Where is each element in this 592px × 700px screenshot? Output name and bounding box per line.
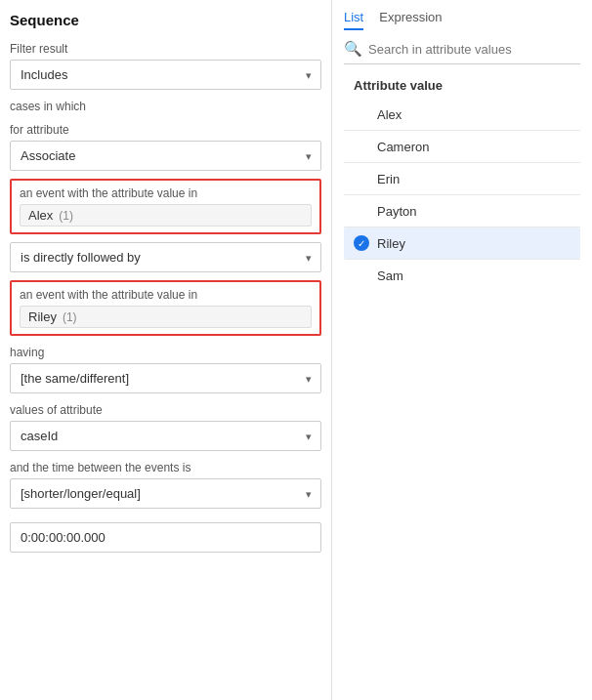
right-panel: List Expression 🔍 Attribute value AlexCa… xyxy=(332,0,592,700)
sequence-title: Sequence xyxy=(10,12,321,28)
cases-in-which-label: cases in which xyxy=(10,100,321,113)
time-between-label: and the time between the events is xyxy=(10,461,321,474)
attr-item-label: Payton xyxy=(377,204,416,219)
attr-item-label: Cameron xyxy=(377,140,429,154)
having-label: having xyxy=(10,346,321,359)
event-box-2-value: Riley xyxy=(28,309,57,324)
event-box-2-count: (1) xyxy=(63,310,77,324)
time-input[interactable] xyxy=(10,522,321,553)
search-icon: 🔍 xyxy=(344,40,362,58)
attr-item-label: Sam xyxy=(377,268,403,283)
attr-item[interactable]: Erin xyxy=(344,163,580,194)
event-box-1: an event with the attribute value in Ale… xyxy=(10,179,321,234)
time-between-select-wrapper: [shorter/longer/equal] ▾ xyxy=(10,478,321,509)
attr-item[interactable]: Payton xyxy=(344,195,580,226)
event-box-2-tag-row: Riley (1) xyxy=(20,306,312,328)
unselected-placeholder xyxy=(354,171,369,186)
tab-expression[interactable]: Expression xyxy=(379,10,442,30)
having-select[interactable]: [the same/different] xyxy=(10,363,321,393)
for-attribute-select-wrapper: Associate ▾ xyxy=(10,141,321,171)
attr-item[interactable]: Sam xyxy=(344,260,580,291)
unselected-placeholder xyxy=(354,268,369,283)
event-box-1-tag-row: Alex (1) xyxy=(20,204,312,226)
filter-result-label: Filter result xyxy=(10,42,321,56)
event-box-1-label: an event with the attribute value in xyxy=(20,186,312,200)
tab-row: List Expression xyxy=(344,10,580,30)
values-of-attribute-label: values of attribute xyxy=(10,403,321,417)
event-box-1-count: (1) xyxy=(59,209,73,223)
attr-item[interactable]: ✓Riley xyxy=(344,227,580,259)
attr-item[interactable]: Alex xyxy=(344,99,580,130)
attr-item-label: Erin xyxy=(377,172,400,186)
search-row: 🔍 xyxy=(344,40,580,64)
selected-check-icon: ✓ xyxy=(354,235,369,251)
left-panel: Sequence Filter result Includes ▾ cases … xyxy=(0,0,332,700)
event-box-2: an event with the attribute value in Ril… xyxy=(10,280,321,336)
event-box-2-label: an event with the attribute value in xyxy=(20,288,312,302)
attr-item-label: Riley xyxy=(377,236,405,251)
unselected-placeholder xyxy=(354,203,369,219)
attribute-list: AlexCameronErinPayton✓RileySam xyxy=(344,99,580,291)
attribute-value-header: Attribute value xyxy=(344,74,580,97)
for-attribute-label: for attribute xyxy=(10,123,321,137)
search-input[interactable] xyxy=(368,42,580,57)
filter-result-select-wrapper: Includes ▾ xyxy=(10,60,321,90)
event-box-1-value: Alex xyxy=(28,208,53,223)
attr-item[interactable]: Cameron xyxy=(344,131,580,162)
event-box-1-tag[interactable]: Alex (1) xyxy=(20,204,312,226)
unselected-placeholder xyxy=(354,139,369,154)
having-select-wrapper: [the same/different] ▾ xyxy=(10,363,321,393)
for-attribute-select[interactable]: Associate xyxy=(10,141,321,171)
followed-by-select-wrapper: is directly followed by ▾ xyxy=(10,242,321,272)
unselected-placeholder xyxy=(354,106,369,122)
values-of-attribute-select[interactable]: caseId xyxy=(10,421,321,451)
attr-item-label: Alex xyxy=(377,107,402,122)
followed-by-select[interactable]: is directly followed by xyxy=(10,242,321,272)
values-of-attribute-select-wrapper: caseId ▾ xyxy=(10,421,321,451)
filter-result-select[interactable]: Includes xyxy=(10,60,321,90)
event-box-2-tag[interactable]: Riley (1) xyxy=(20,306,312,328)
tab-list[interactable]: List xyxy=(344,10,363,30)
time-between-select[interactable]: [shorter/longer/equal] xyxy=(10,478,321,509)
